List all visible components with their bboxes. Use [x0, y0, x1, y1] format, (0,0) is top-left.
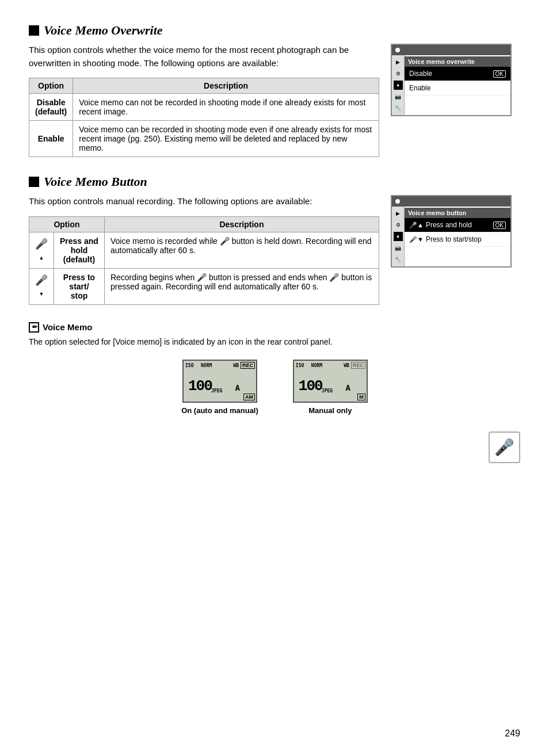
table2-row2-option: Press tostart/stop	[54, 268, 105, 304]
lcd2-big-nums: 100	[299, 377, 322, 395]
section1-camera-box: ▶ ⚙ ♦ 📷 🔧 Voice memo overwrite Disable O…	[391, 44, 520, 157]
mic-icon-box: 🎤	[489, 432, 520, 463]
table1-row1-option: Disable(default)	[29, 94, 73, 121]
lcd1-big-nums: 100	[188, 377, 212, 395]
lcd1-a: A	[235, 383, 240, 392]
section1-menu-screenshot: ▶ ⚙ ♦ 📷 🔧 Voice memo overwrite Disable O…	[391, 44, 512, 116]
lcd1-jpeg: JPEG	[211, 388, 222, 394]
menu1-top-bar	[392, 45, 510, 55]
lcd-panels: ISO NORM WB REC 100 JPEG A AM On (auto a…	[29, 360, 520, 415]
table2-row1-icon: 🎤▲	[29, 232, 54, 268]
lcd-display-2: ISO NORM WB REC 100 JPEG A M	[293, 360, 368, 403]
menu1-item2-label: Enable	[409, 84, 506, 92]
table1-col1-header: Option	[29, 78, 73, 94]
menu2-item1-ok: OK	[493, 222, 506, 229]
note-title-text: Voice Memo	[43, 322, 92, 332]
menu2-dot	[395, 199, 400, 204]
menu1-sidebar: ▶ ⚙ ♦ 📷 🔧 Voice memo overwrite Disable O…	[392, 55, 510, 115]
menu2-item1-selected: 🎤▲ Press and hold OK	[405, 218, 510, 232]
menu2-icon5: 🔧	[394, 255, 403, 264]
lcd-display-1: ISO NORM WB REC 100 JPEG A AM	[182, 360, 257, 403]
section2-body: This option controls manual recording. T…	[29, 195, 520, 305]
lcd1-caption: On (auto and manual)	[181, 406, 258, 415]
table2-col1-header: Option	[29, 216, 105, 232]
menu1-icon5: 🔧	[394, 104, 403, 113]
table-row: 🎤▼ Press tostart/stop Recording begins w…	[29, 268, 379, 304]
section2-menu-screenshot: ▶ ⚙ ♦ 📷 🔧 Voice memo button 🎤▲ Press and…	[391, 195, 512, 268]
lcd1-rec-badge: REC	[241, 362, 255, 369]
note-section: ✏ Voice Memo The option selected for [Vo…	[29, 322, 520, 348]
lcd-panel-2: ISO NORM WB REC 100 JPEG A M Manual only	[293, 360, 368, 415]
section1-table: Option Description Disable(default) Voic…	[29, 78, 379, 157]
table2-row1-option: Press andhold(default)	[54, 232, 105, 268]
menu1-icons-col: ▶ ⚙ ♦ 📷 🔧	[392, 55, 405, 115]
menu2-header: Voice memo button	[405, 208, 510, 218]
table2-col2-header: Description	[104, 216, 379, 232]
lcd2-norm: NORM	[311, 363, 322, 368]
section2-title: Voice Memo Button	[29, 174, 520, 189]
table-row: 🎤▲ Press andhold(default) Voice memo is …	[29, 232, 379, 268]
table-row: Disable(default) Voice memo can not be r…	[29, 94, 379, 121]
section2-icon	[29, 177, 39, 187]
lcd1-corner-badge: AM	[243, 394, 255, 400]
section2-table: Option Description 🎤▲ Press andhold(defa…	[29, 216, 379, 305]
table1-row1-description: Voice memo can not be recorded in shooti…	[73, 94, 379, 121]
menu2-items-col: Voice memo button 🎤▲ Press and hold OK 🎤…	[405, 207, 510, 266]
lcd2-wb: WB	[344, 363, 349, 368]
section1-icon	[29, 25, 39, 36]
table2-row1-description: Voice memo is recorded while 🎤 button is…	[104, 232, 379, 268]
table1-row2-option: Enable	[29, 121, 73, 157]
lcd1-iso: ISO	[185, 363, 193, 368]
table2-row2-icon: 🎤▼	[29, 268, 54, 304]
section1-text-block: This option controls whether the voice m…	[29, 44, 379, 157]
lcd2-caption: Manual only	[308, 406, 352, 415]
menu2-icon2: ⚙	[394, 220, 403, 230]
menu1-icon2: ⚙	[394, 69, 403, 78]
menu1-icon4: 📷	[394, 92, 403, 101]
menu2-icon4: 📷	[394, 243, 403, 253]
table1-col2-header: Description	[73, 78, 379, 94]
lcd1-norm: NORM	[201, 363, 212, 368]
note-text: The option selected for [Voice memo] is …	[29, 336, 520, 348]
table2-row2-description: Recording begins when 🎤 button is presse…	[104, 268, 379, 304]
section1-title: Voice Memo Overwrite	[29, 23, 520, 38]
section2-camera-box: ▶ ⚙ ♦ 📷 🔧 Voice memo button 🎤▲ Press and…	[391, 195, 520, 305]
lcd2-corner-badge: M	[357, 394, 365, 400]
table-row: Enable Voice memo can be recorded in sho…	[29, 121, 379, 157]
section2-description: This option controls manual recording. T…	[29, 195, 379, 208]
menu2-icons-col: ▶ ⚙ ♦ 📷 🔧	[392, 207, 405, 266]
section1-description: This option controls whether the voice m…	[29, 44, 379, 70]
page-number: 249	[505, 728, 520, 739]
section2: Voice Memo Button This option controls m…	[29, 174, 520, 305]
lcd2-iso: ISO	[296, 363, 304, 368]
note-pencil-icon: ✏	[29, 322, 39, 333]
section1: Voice Memo Overwrite This option control…	[29, 23, 520, 157]
lcd2-a: A	[345, 383, 350, 392]
menu1-item1-ok: OK	[493, 70, 506, 78]
menu2-sidebar: ▶ ⚙ ♦ 📷 🔧 Voice memo button 🎤▲ Press and…	[392, 207, 510, 266]
lcd2-rec-badge: REC	[351, 362, 365, 369]
lcd1-wb: WB	[233, 363, 239, 368]
lcd2-jpeg: JPEG	[322, 388, 333, 394]
menu2-item2-label: Press to start/stop	[426, 235, 506, 243]
menu2-top-bar	[392, 196, 510, 207]
note-title: ✏ Voice Memo	[29, 322, 520, 333]
menu1-item1-label: Disable	[409, 70, 493, 78]
menu1-item2: Enable	[405, 81, 510, 96]
section2-text-block: This option controls manual recording. T…	[29, 195, 379, 305]
lcd-panel-1: ISO NORM WB REC 100 JPEG A AM On (auto a…	[181, 360, 258, 415]
menu2-item2-icon: 🎤▼	[409, 236, 424, 243]
menu1-item1-selected: Disable OK	[405, 67, 510, 81]
menu1-icon3-active: ♦	[394, 81, 403, 90]
microphone-icon: 🎤	[494, 438, 514, 457]
menu2-icon1: ▶	[394, 209, 403, 218]
menu1-items-col: Voice memo overwrite Disable OK Enable	[405, 55, 510, 115]
table1-row2-description: Voice memo can be recorded in shooting m…	[73, 121, 379, 157]
menu2-item1-icon: 🎤▲	[409, 222, 424, 229]
section1-body: This option controls whether the voice m…	[29, 44, 520, 157]
menu1-header: Voice memo overwrite	[405, 56, 510, 67]
menu2-item2: 🎤▼ Press to start/stop	[405, 232, 510, 247]
menu2-item1-label: Press and hold	[426, 221, 493, 229]
menu2-icon3-active: ♦	[394, 232, 403, 241]
menu1-icon1: ▶	[394, 58, 403, 67]
